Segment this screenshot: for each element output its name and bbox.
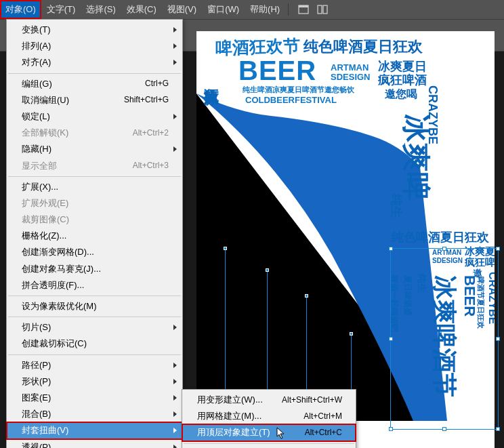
workspace-icon[interactable] <box>297 3 310 16</box>
menubar: 对象(O) 文字(T) 选择(S) 效果(C) 视图(V) 窗口(W) 帮助(H… <box>0 0 504 19</box>
menu-item[interactable]: 拼合透明度(F)... <box>7 277 182 293</box>
menu-separator <box>8 317 181 317</box>
art-title1: 啤酒狂欢节 <box>215 36 300 58</box>
menu-help[interactable]: 帮助(H) <box>245 0 285 19</box>
menu-item[interactable]: 隐藏(H) <box>7 141 182 157</box>
menu-item[interactable]: 切片(S) <box>7 319 182 335</box>
art-crazy: CRAZYBE <box>426 85 440 144</box>
menu-separator <box>184 443 354 444</box>
menu-item-label: 创建对象马赛克(J)... <box>22 263 101 275</box>
art-tag2: SDESIGN <box>331 72 371 82</box>
menu-separator <box>8 176 181 177</box>
submenu-item[interactable]: 用网格建立(M)...Alt+Ctrl+M <box>182 408 356 424</box>
menu-item[interactable]: 封套扭曲(V) <box>7 422 182 439</box>
menu-item-label: 创建渐变网格(D)... <box>22 246 94 258</box>
menu-item[interactable]: 创建裁切标记(C) <box>7 335 182 352</box>
menu-window[interactable]: 窗口(W) <box>202 0 245 19</box>
menu-item-label: 全部解锁(K) <box>22 127 68 139</box>
menu-item-label: 形状(P) <box>22 375 51 388</box>
svg-text:纯色啤酒夏日狂欢: 纯色啤酒夏日狂欢 <box>391 230 490 244</box>
menu-item-label: 排列(A) <box>22 40 51 52</box>
menu-object[interactable]: 对象(O) <box>0 0 41 19</box>
menu-item-label: 裁剪图像(C) <box>22 213 69 226</box>
svg-rect-13 <box>318 5 322 14</box>
menu-select[interactable]: 选择(S) <box>81 0 121 19</box>
menu-item-label: 编组(G) <box>22 78 52 90</box>
menu-item-label: 封套扭曲(V) <box>22 424 68 436</box>
object-menu-dropdown: 变换(T)排列(A)对齐(A)编组(G)Ctrl+G取消编组(U)Shift+C… <box>6 19 183 448</box>
menu-item[interactable]: 扩展(X)... <box>7 179 182 195</box>
menu-item-label: 设为像素级优化(M) <box>22 300 97 312</box>
art-cool: 纯生 <box>390 193 403 218</box>
menu-effect[interactable]: 效果(C) <box>121 0 162 19</box>
submenu-item-shortcut: Alt+Ctrl+C <box>305 427 342 439</box>
menu-item[interactable]: 栅格化(Z)... <box>7 228 182 244</box>
svg-rect-14 <box>323 5 327 14</box>
menu-item-label: 扩展外观(E) <box>22 197 68 209</box>
art-title2: 纯色啤酒夏日狂欢 <box>303 38 423 55</box>
menu-item-label: 锁定(L) <box>22 110 50 123</box>
menu-item[interactable]: 图案(E) <box>7 390 182 406</box>
menu-item[interactable]: 形状(P) <box>7 373 182 390</box>
menu-item-label: 取消编组(U) <box>22 94 69 106</box>
art-line1: 纯生啤酒凉爽夏日啤酒节邀您畅饮 <box>242 85 355 94</box>
menu-item-label: 混合(B) <box>22 408 51 420</box>
menu-item: 扩展外观(E) <box>7 195 182 211</box>
arrange-icon[interactable] <box>316 3 329 16</box>
menu-item[interactable]: 设为像素级优化(M) <box>7 298 182 314</box>
art-big2-b: 爽 <box>400 142 432 171</box>
submenu-item-shortcut: Alt+Shift+Ctrl+W <box>282 394 342 406</box>
menu-item-label: 显示全部 <box>22 160 57 172</box>
menu-item: 裁剪图像(C) <box>7 211 182 228</box>
art-line2: COLDBEERFESTIVAL <box>245 95 337 105</box>
submenu-item[interactable]: 用变形建立(W)...Alt+Shift+Ctrl+W <box>182 392 356 408</box>
submenu-item-label: 用网格建立(M)... <box>197 410 261 422</box>
art-beer: BEER <box>238 56 316 85</box>
art-side3: 邀您喝 <box>385 88 417 100</box>
menu-item-label: 拼合透明度(F)... <box>22 279 84 291</box>
menu-item-label: 隐藏(H) <box>22 143 51 155</box>
menu-item: 全部解锁(K)Alt+Ctrl+2 <box>7 125 182 141</box>
menu-view[interactable]: 视图(V) <box>162 0 202 19</box>
menu-type[interactable]: 文字(T) <box>41 0 81 19</box>
menu-item-label: 扩展(X)... <box>22 181 58 193</box>
menu-item-label: 栅格化(Z)... <box>22 230 66 242</box>
menu-item[interactable]: 透视(P) <box>7 439 182 449</box>
menu-item-label: 路径(P) <box>22 359 51 371</box>
envelope-distort-submenu: 用变形建立(W)...Alt+Shift+Ctrl+W用网格建立(M)...Al… <box>182 389 356 448</box>
menu-separator <box>8 354 181 355</box>
menu-item[interactable]: 混合(B) <box>7 406 182 422</box>
art-big2-c: 啤 <box>400 172 432 201</box>
menu-item[interactable]: 对齐(A) <box>7 54 182 70</box>
menu-item-label: 变换(T) <box>22 24 51 36</box>
submenu-item[interactable]: 用顶层对象建立(T)Alt+Ctrl+C <box>182 424 356 441</box>
menu-separator <box>8 73 181 74</box>
menu-item[interactable]: 创建对象马赛克(J)... <box>7 261 182 277</box>
art-side2: 疯狂啤酒 <box>377 73 427 87</box>
art-tag1: ARTMAN <box>331 62 369 73</box>
menu-item-label: 透视(P) <box>22 441 51 449</box>
menu-item-shortcut: Shift+Ctrl+G <box>124 94 169 106</box>
menu-item-label: 创建裁切标记(C) <box>22 338 87 350</box>
menu-item[interactable]: 编组(G)Ctrl+G <box>7 76 182 92</box>
menu-item: 显示全部Alt+Ctrl+3 <box>7 158 182 174</box>
menu-separator <box>8 296 181 296</box>
menu-item-label: 图案(E) <box>22 392 51 404</box>
art-side1: 冰爽夏日 <box>378 60 427 73</box>
menu-item[interactable]: 锁定(L) <box>7 108 182 125</box>
menu-item[interactable]: 变换(T) <box>7 22 182 38</box>
svg-rect-12 <box>299 5 308 7</box>
menu-item[interactable]: 排列(A) <box>7 38 182 54</box>
menu-item-label: 对齐(A) <box>22 56 51 68</box>
menu-item[interactable]: 路径(P) <box>7 357 182 373</box>
menu-item-shortcut: Alt+Ctrl+3 <box>133 160 169 171</box>
submenu-item: 释放(R) <box>182 446 356 448</box>
menu-item[interactable]: 创建渐变网格(D)... <box>7 244 182 260</box>
submenu-item-label: 用顶层对象建立(T) <box>197 426 270 439</box>
menu-item-shortcut: Ctrl+G <box>145 78 169 89</box>
submenu-item-shortcut: Alt+Ctrl+M <box>303 411 342 422</box>
menu-item-label: 切片(S) <box>22 321 51 333</box>
submenu-item-label: 用变形建立(W)... <box>197 394 263 406</box>
menu-item[interactable]: 取消编组(U)Shift+Ctrl+G <box>7 92 182 108</box>
menu-item-shortcut: Alt+Ctrl+2 <box>133 127 169 139</box>
